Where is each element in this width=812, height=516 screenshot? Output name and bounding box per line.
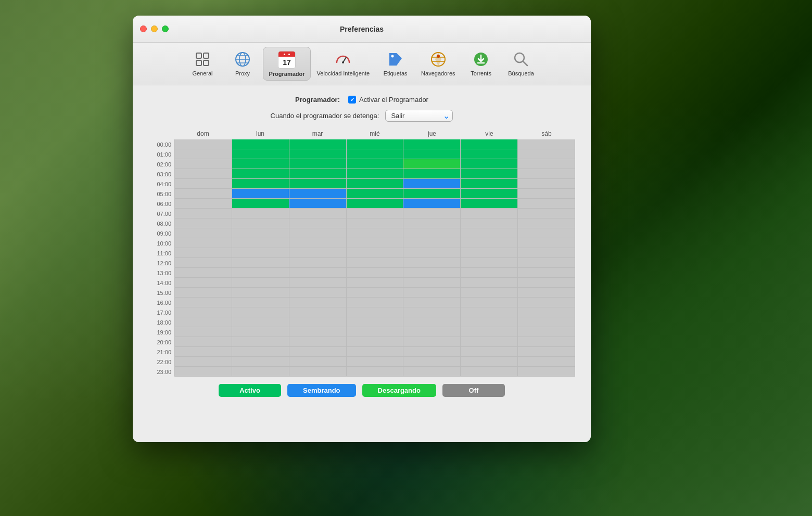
stops-select[interactable]: Salir — [385, 110, 453, 122]
schedule-cell[interactable] — [461, 189, 517, 199]
schedule-cell[interactable] — [232, 357, 289, 367]
schedule-cell[interactable] — [175, 139, 232, 149]
schedule-cell[interactable] — [347, 248, 403, 258]
schedule-cell[interactable] — [518, 367, 575, 377]
schedule-cell[interactable] — [175, 199, 232, 209]
schedule-cell[interactable] — [403, 189, 460, 199]
schedule-cell[interactable] — [232, 248, 289, 258]
schedule-cell[interactable] — [347, 337, 403, 347]
schedule-cell[interactable] — [289, 268, 346, 278]
schedule-cell[interactable] — [403, 139, 460, 149]
schedule-cell[interactable] — [347, 218, 403, 228]
schedule-cell[interactable] — [403, 307, 460, 317]
schedule-cell[interactable] — [518, 278, 575, 288]
schedule-cell[interactable] — [518, 317, 575, 327]
schedule-cell[interactable] — [232, 228, 289, 238]
schedule-cell[interactable] — [289, 248, 346, 258]
schedule-cell[interactable] — [347, 278, 403, 288]
schedule-cell[interactable] — [232, 209, 289, 218]
schedule-cell[interactable] — [403, 357, 460, 367]
schedule-cell[interactable] — [518, 288, 575, 298]
schedule-cell[interactable] — [518, 327, 575, 337]
schedule-cell[interactable] — [518, 228, 575, 238]
schedule-cell[interactable] — [289, 288, 346, 298]
schedule-cell[interactable] — [175, 238, 232, 248]
schedule-cell[interactable] — [289, 307, 346, 317]
schedule-cell[interactable] — [347, 209, 403, 218]
schedule-cell[interactable] — [232, 317, 289, 327]
schedule-cell[interactable] — [403, 209, 460, 218]
schedule-cell[interactable] — [518, 337, 575, 347]
schedule-cell[interactable] — [403, 149, 460, 159]
schedule-cell[interactable] — [347, 169, 403, 179]
schedule-cell[interactable] — [461, 337, 517, 347]
schedule-cell[interactable] — [347, 139, 403, 149]
schedule-cell[interactable] — [518, 238, 575, 248]
schedule-cell[interactable] — [461, 248, 517, 258]
schedule-cell[interactable] — [347, 367, 403, 377]
schedule-cell[interactable] — [232, 149, 289, 159]
schedule-cell[interactable] — [347, 327, 403, 337]
schedule-cell[interactable] — [289, 347, 346, 357]
schedule-cell[interactable] — [461, 278, 517, 288]
schedule-cell[interactable] — [518, 169, 575, 179]
schedule-cell[interactable] — [347, 258, 403, 268]
schedule-cell[interactable] — [403, 159, 460, 169]
schedule-cell[interactable] — [289, 298, 346, 307]
schedule-cell[interactable] — [289, 149, 346, 159]
schedule-cell[interactable] — [232, 298, 289, 307]
schedule-cell[interactable] — [289, 278, 346, 288]
schedule-cell[interactable] — [175, 228, 232, 238]
schedule-cell[interactable] — [403, 347, 460, 357]
schedule-cell[interactable] — [347, 149, 403, 159]
schedule-cell[interactable] — [289, 169, 346, 179]
schedule-cell[interactable] — [461, 169, 517, 179]
schedule-cell[interactable] — [289, 139, 346, 149]
schedule-cell[interactable] — [461, 218, 517, 228]
schedule-cell[interactable] — [518, 189, 575, 199]
schedule-cell[interactable] — [461, 298, 517, 307]
schedule-cell[interactable] — [232, 139, 289, 149]
schedule-cell[interactable] — [403, 248, 460, 258]
schedule-cell[interactable] — [289, 189, 346, 199]
minimize-button[interactable] — [151, 25, 158, 32]
schedule-cell[interactable] — [461, 268, 517, 278]
schedule-cell[interactable] — [175, 248, 232, 258]
tab-general[interactable]: General — [183, 47, 222, 81]
schedule-cell[interactable] — [347, 317, 403, 327]
schedule-cell[interactable] — [518, 199, 575, 209]
schedule-cell[interactable] — [232, 159, 289, 169]
schedule-cell[interactable] — [518, 357, 575, 367]
tab-etiquetas[interactable]: Etiquetas — [376, 47, 415, 81]
schedule-cell[interactable] — [403, 258, 460, 268]
schedule-cell[interactable] — [518, 139, 575, 149]
schedule-cell[interactable] — [289, 218, 346, 228]
schedule-cell[interactable] — [175, 189, 232, 199]
schedule-cell[interactable] — [232, 189, 289, 199]
maximize-button[interactable] — [162, 25, 169, 32]
schedule-cell[interactable] — [232, 199, 289, 209]
schedule-cell[interactable] — [518, 218, 575, 228]
schedule-cell[interactable] — [289, 337, 346, 347]
schedule-cell[interactable] — [403, 317, 460, 327]
schedule-cell[interactable] — [347, 357, 403, 367]
schedule-cell[interactable] — [403, 327, 460, 337]
schedule-cell[interactable] — [289, 199, 346, 209]
schedule-cell[interactable] — [175, 327, 232, 337]
schedule-cell[interactable] — [175, 218, 232, 228]
schedule-cell[interactable] — [347, 268, 403, 278]
schedule-cell[interactable] — [175, 268, 232, 278]
schedule-cell[interactable] — [347, 159, 403, 169]
schedule-cell[interactable] — [175, 179, 232, 189]
schedule-cell[interactable] — [403, 337, 460, 347]
schedule-cell[interactable] — [518, 307, 575, 317]
schedule-cell[interactable] — [232, 278, 289, 288]
schedule-cell[interactable] — [289, 367, 346, 377]
schedule-cell[interactable] — [461, 288, 517, 298]
schedule-cell[interactable] — [347, 288, 403, 298]
schedule-cell[interactable] — [289, 317, 346, 327]
schedule-cell[interactable] — [461, 367, 517, 377]
schedule-cell[interactable] — [175, 347, 232, 357]
schedule-cell[interactable] — [232, 347, 289, 357]
schedule-cell[interactable] — [289, 238, 346, 248]
